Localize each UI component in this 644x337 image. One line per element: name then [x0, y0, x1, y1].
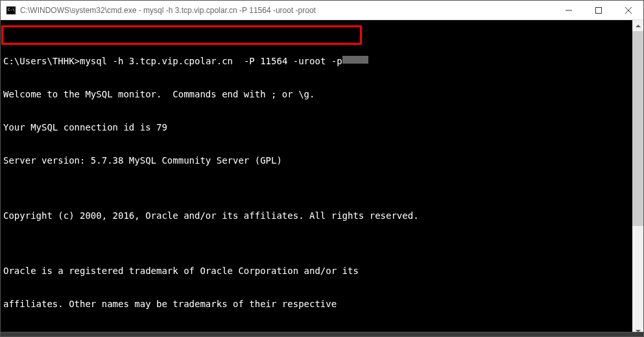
prompt-path: C:\Users\THHK> [3, 56, 80, 67]
taskbar-edge [1, 332, 643, 336]
output-line: Server version: 5.7.38 MySQL Community S… [3, 155, 632, 166]
svg-marker-6 [636, 25, 641, 27]
scroll-thumb[interactable] [632, 31, 643, 226]
window-controls [554, 1, 643, 19]
terminal-area: C:\Users\THHK>mysql -h 3.tcp.vip.cpolar.… [1, 20, 643, 336]
output-line: affiliates. Other names may be trademark… [3, 299, 632, 310]
cmd-icon: C:\ [6, 5, 16, 16]
window-title: C:\WINDOWS\system32\cmd.exe - mysql -h 3… [20, 6, 554, 15]
minimize-button[interactable] [554, 1, 584, 19]
output-line: Your MySQL connection id is 79 [3, 122, 632, 133]
command-highlight-box [1, 25, 362, 45]
output-line: Welcome to the MySQL monitor. Commands e… [3, 89, 632, 100]
vertical-scrollbar[interactable] [632, 20, 643, 336]
window-titlebar[interactable]: C:\ C:\WINDOWS\system32\cmd.exe - mysql … [1, 1, 643, 20]
terminal-output[interactable]: C:\Users\THHK>mysql -h 3.tcp.vip.cpolar.… [1, 20, 632, 336]
maximize-button[interactable] [584, 1, 614, 19]
command-prompt-line: C:\Users\THHK>mysql -h 3.tcp.vip.cpolar.… [3, 56, 632, 67]
scroll-up-arrow-icon[interactable] [632, 20, 643, 31]
command-text: mysql -h 3.tcp.vip.cpolar.cn -P 11564 -u… [80, 56, 342, 67]
svg-text:C:\: C:\ [8, 7, 15, 12]
output-line: Oracle is a registered trademark of Orac… [3, 266, 632, 277]
redacted-password [342, 56, 368, 64]
close-button[interactable] [614, 1, 643, 19]
svg-rect-3 [596, 7, 602, 13]
output-line: Copyright (c) 2000, 2016, Oracle and/or … [3, 210, 632, 221]
